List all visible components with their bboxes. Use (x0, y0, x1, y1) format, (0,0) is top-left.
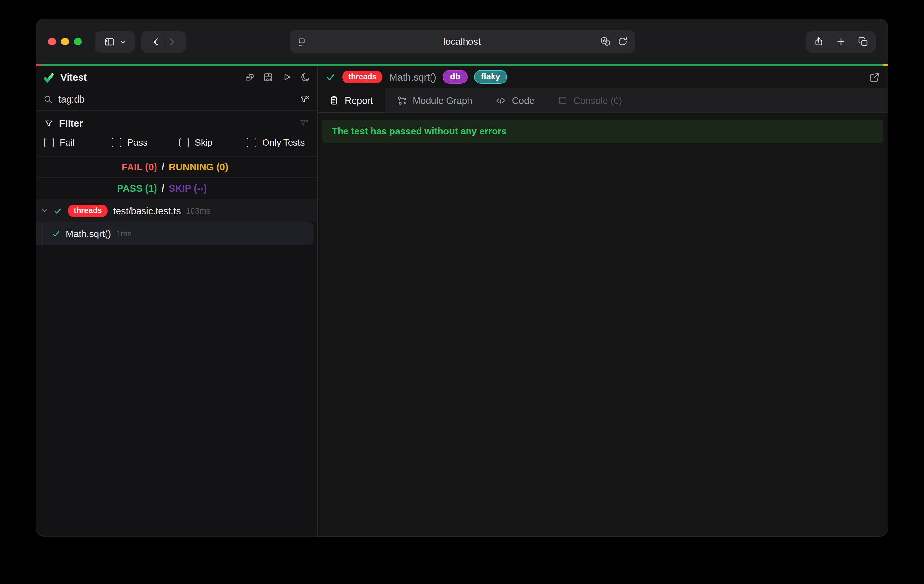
tab-module-graph-label: Module Graph (412, 95, 472, 106)
close-button[interactable] (48, 38, 56, 45)
pass-label: Pass (127, 137, 147, 147)
sidebar-toggle-icon[interactable] (104, 36, 115, 47)
running-count: RUNNING (0) (169, 162, 290, 172)
sidebar-toggle-group[interactable] (95, 31, 135, 52)
test-explorer-panel: Vitest (36, 66, 317, 536)
tab-report-label: Report (345, 95, 373, 106)
tab-console-label: Console (0) (573, 95, 622, 106)
share-icon[interactable] (813, 36, 824, 47)
module-graph-icon (396, 95, 407, 106)
skip-label: Skip (195, 137, 212, 147)
only-tests-label: Only Tests (262, 137, 305, 147)
status-separator: / (157, 183, 169, 194)
browser-window: localhost (36, 20, 888, 536)
new-tab-icon[interactable] (836, 36, 846, 47)
filter-section: Filter Fail (36, 111, 317, 156)
app-title: Vitest (60, 71, 87, 83)
status-row-2: PASS (1) / SKIP (--) (36, 178, 317, 199)
pass-count: PASS (1) (36, 183, 157, 194)
fail-count: FAIL (0) (36, 162, 157, 172)
detail-tabs: Report Module Graph (317, 88, 888, 113)
test-case-row-selected[interactable]: Math.sqrt() 1ms (36, 222, 314, 245)
pass-check-icon (325, 72, 336, 82)
tab-report[interactable]: Report (317, 88, 385, 112)
filter-checkbox-pass[interactable]: Pass (112, 137, 179, 147)
filter-header: Filter (44, 117, 309, 129)
clear-search-icon[interactable] (300, 94, 310, 104)
url-text[interactable]: localhost (289, 36, 635, 47)
test-file-row[interactable]: threads test/basic.test.ts 103ms (36, 199, 317, 222)
tag-badge-flaky: flaky (474, 70, 507, 84)
status-summary: FAIL (0) / RUNNING (0) PASS (1) / SKIP (… (36, 156, 317, 199)
filter-checkbox-only-tests[interactable]: Only Tests (247, 137, 309, 147)
filter-funnel-icon (44, 119, 53, 127)
dashboard-icon[interactable] (263, 72, 273, 82)
tab-overview-icon[interactable] (858, 36, 868, 47)
search-icon (43, 95, 53, 104)
browser-toolbar: localhost (36, 20, 888, 64)
pass-checkbox[interactable] (112, 137, 121, 147)
cascade-windows-icon[interactable] (245, 72, 254, 82)
reload-icon[interactable] (617, 36, 628, 47)
console-icon (558, 96, 568, 105)
test-detail-panel: threads Math.sqrt() db flaky (317, 66, 888, 536)
fail-checkbox[interactable] (44, 137, 54, 147)
clear-filter-icon-disabled[interactable] (299, 118, 309, 128)
tag-badge-db: db (443, 70, 467, 84)
detail-test-name: Math.sqrt() (389, 71, 436, 83)
skip-count: SKIP (--) (169, 183, 290, 194)
pass-check-icon (53, 206, 62, 215)
filter-checkbox-skip[interactable]: Skip (179, 137, 247, 147)
chevron-down-icon[interactable] (119, 38, 126, 45)
tab-code-label: Code (512, 95, 535, 106)
filter-options: Fail Pass Skip Only Tests (44, 137, 309, 147)
nav-buttons (141, 31, 186, 52)
pass-banner-text: The test has passed without any errors (332, 126, 507, 136)
explorer-actions (245, 72, 310, 82)
external-link-icon[interactable] (870, 72, 880, 82)
address-bar[interactable]: localhost (289, 30, 635, 53)
pool-badge: threads (342, 71, 383, 83)
test-name: Math.sqrt() (66, 228, 111, 239)
minimize-button[interactable] (61, 38, 69, 45)
explorer-header: Vitest (36, 66, 317, 88)
fail-label: Fail (60, 137, 74, 147)
status-separator: / (157, 162, 169, 172)
page-settings-icon[interactable] (296, 30, 306, 53)
status-row-1: FAIL (0) / RUNNING (0) (36, 157, 317, 178)
tab-module-graph[interactable]: Module Graph (385, 88, 484, 112)
back-button[interactable] (151, 37, 161, 46)
traffic-lights (48, 38, 82, 45)
skip-checkbox[interactable] (179, 137, 189, 147)
report-content: The test has passed without any errors (317, 113, 888, 536)
pass-check-icon (51, 229, 60, 238)
pool-badge: threads (68, 205, 108, 217)
nav-divider (163, 35, 164, 48)
expand-chevron-icon[interactable] (41, 207, 48, 214)
indent-guide (42, 222, 43, 245)
file-name: test/basic.test.ts (113, 205, 181, 216)
translate-icon[interactable] (600, 36, 611, 47)
zoom-button[interactable] (74, 38, 82, 45)
tab-code[interactable]: Code (484, 88, 546, 112)
only-tests-checkbox[interactable] (247, 137, 256, 147)
filter-label: Filter (59, 117, 83, 129)
code-icon (496, 95, 506, 106)
forward-button[interactable] (167, 37, 176, 46)
vitest-ui: Vitest (36, 66, 888, 536)
vitest-logo-icon (43, 71, 54, 83)
report-icon (329, 96, 339, 105)
desktop: localhost (0, 0, 924, 584)
filter-checkbox-fail[interactable]: Fail (44, 137, 112, 147)
pass-banner: The test has passed without any errors (322, 119, 883, 143)
search-input[interactable] (58, 94, 294, 104)
test-duration: 1ms (116, 229, 132, 238)
run-all-icon[interactable] (282, 72, 292, 82)
tab-console[interactable]: Console (0) (546, 88, 634, 112)
search-bar (36, 88, 317, 111)
file-duration: 103ms (186, 206, 210, 215)
detail-header: threads Math.sqrt() db flaky (317, 66, 888, 88)
dark-mode-icon[interactable] (300, 72, 310, 82)
toolbar-right-group (806, 31, 876, 52)
